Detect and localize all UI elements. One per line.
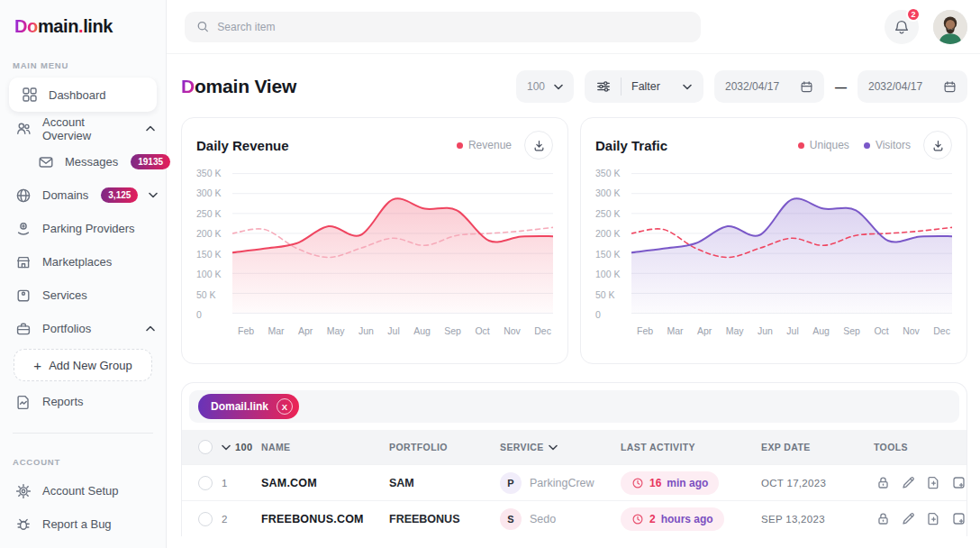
add-file-tool-button[interactable] xyxy=(924,473,943,492)
sidebar-item-messages[interactable]: Messages 19135 xyxy=(0,145,166,178)
x-tick-label: Sep xyxy=(843,325,860,336)
lock-tool-button[interactable] xyxy=(874,509,893,528)
sidebar-item-dashboard[interactable]: Dashboard xyxy=(9,78,157,112)
sidebar-item-account-overview[interactable]: Account Overview xyxy=(0,112,166,145)
y-tick-label: 50 K xyxy=(595,290,631,300)
divider xyxy=(621,78,622,96)
sidebar-item-services[interactable]: Services xyxy=(0,279,166,312)
legend-label: Visitors xyxy=(876,139,911,151)
last-activity-cell: 16 min ago xyxy=(621,471,761,495)
traffic-line-chart xyxy=(631,169,952,320)
search-icon xyxy=(196,20,209,33)
sidebar-item-label: Messages xyxy=(65,155,118,169)
download-chart-button[interactable] xyxy=(923,131,952,160)
add-file-tool-button[interactable] xyxy=(924,509,943,528)
topbar: 2 xyxy=(167,0,980,54)
add-note-tool-button[interactable] xyxy=(949,473,967,492)
select-all-checkbox[interactable] xyxy=(198,440,213,454)
sidebar-item-label: Reports xyxy=(42,395,84,408)
lock-tool-button[interactable] xyxy=(874,473,893,492)
add-new-group-label: Add New Group xyxy=(49,359,132,372)
sidebar-item-label: Portfolios xyxy=(42,322,91,335)
bell-icon xyxy=(894,19,910,35)
chevron-down-icon[interactable] xyxy=(149,192,158,198)
tools-cell xyxy=(874,473,967,492)
row-count-dropdown[interactable]: 100 xyxy=(222,442,261,452)
legend-dot xyxy=(798,142,804,149)
page-title-rest: omain View xyxy=(195,76,296,96)
chevron-up-icon[interactable] xyxy=(146,125,155,132)
page-size-select[interactable]: 100 xyxy=(516,70,574,103)
legend-label: Uniques xyxy=(810,139,849,151)
sidebar-item-label: Dashboard xyxy=(49,88,106,102)
active-filter-tag[interactable]: Domail.link X xyxy=(198,394,299,419)
domains-table-card: Domail.link X 100 NAME PORTFOLIO SERVICE… xyxy=(181,382,967,536)
filter-dropdown[interactable]: Falter xyxy=(585,70,703,103)
chart-legend: Revenue xyxy=(457,139,512,151)
y-axis-labels: 350 K300 K250 K200 K150 K100 K50 K0 xyxy=(595,169,631,320)
search-field[interactable] xyxy=(185,12,701,42)
column-header-name[interactable]: NAME xyxy=(261,442,389,452)
download-icon xyxy=(931,139,945,152)
sidebar-item-portfolios[interactable]: Portfolios xyxy=(0,312,166,345)
section-label-main-menu: MAIN MENU xyxy=(0,37,166,78)
revenue-line-chart xyxy=(232,169,553,320)
sidebar-item-reports[interactable]: Reports xyxy=(0,385,166,418)
package-icon xyxy=(15,288,32,304)
row-checkbox[interactable] xyxy=(198,512,213,526)
y-axis-labels: 350 K300 K250 K200 K150 K100 K50 K0 xyxy=(196,169,232,320)
activity-value: 16 xyxy=(649,477,661,489)
column-header-exp-date[interactable]: EXP DATE xyxy=(761,442,874,452)
chevron-down-icon xyxy=(554,84,563,90)
user-avatar[interactable] xyxy=(933,10,967,44)
sidebar-item-marketplaces[interactable]: Marketplaces xyxy=(0,245,166,279)
column-header-tools: TOOLS xyxy=(874,442,966,452)
column-header-service[interactable]: SERVICE xyxy=(500,442,621,452)
download-chart-button[interactable] xyxy=(524,131,553,160)
row-checkbox[interactable] xyxy=(198,476,213,490)
sidebar-item-report-a-bug[interactable]: Report a Bug xyxy=(0,507,166,541)
add-note-tool-button[interactable] xyxy=(949,509,967,528)
column-header-last-activity[interactable]: LAST ACTIVITY xyxy=(621,442,761,452)
plot: FebMarAprMayJunJulAugSepOctNovDec xyxy=(631,169,952,354)
row-count-value: 100 xyxy=(235,442,253,452)
row-number: 2 xyxy=(222,514,261,525)
table-row[interactable]: 2 FREEBONUS.COM FREEBONUS S Sedo 2 hours… xyxy=(182,500,966,536)
brand-logo[interactable]: Domain.link xyxy=(0,13,166,37)
sidebar: Domain.link MAIN MENU Dashboard Account … xyxy=(0,0,167,548)
edit-tool-button[interactable] xyxy=(899,473,918,492)
edit-tool-button[interactable] xyxy=(899,509,918,528)
table-row[interactable]: 1 SAM.COM SAM P ParkingCrew 16 min ago xyxy=(182,464,966,500)
chevron-up-icon[interactable] xyxy=(146,325,155,332)
pencil-icon xyxy=(901,475,916,490)
sidebar-item-domains[interactable]: Domains 3,125 xyxy=(0,178,166,212)
search-input[interactable] xyxy=(217,21,689,33)
x-tick-label: Feb xyxy=(637,325,653,336)
close-icon: X xyxy=(282,402,287,412)
activity-unit: hours ago xyxy=(661,513,713,525)
users-icon xyxy=(15,121,32,137)
y-tick-label: 350 K xyxy=(196,169,232,178)
report-document-icon xyxy=(15,394,32,410)
chevron-down-icon xyxy=(549,444,558,451)
portfolio-name: FREEBONUS xyxy=(389,513,500,525)
y-tick-label: 250 K xyxy=(196,209,232,219)
column-header-portfolio[interactable]: PORTFOLIO xyxy=(389,442,500,452)
date-to-picker[interactable]: 2032/04/17 xyxy=(858,70,967,103)
x-axis-labels: FebMarAprMayJunJulAugSepOctNovDec xyxy=(631,320,952,336)
notification-count-badge: 2 xyxy=(906,7,921,22)
chart-legend: Uniques Visitors xyxy=(798,139,911,151)
x-tick-label: Aug xyxy=(812,325,830,336)
notifications-button[interactable]: 2 xyxy=(885,10,919,44)
date-from-picker[interactable]: 2032/04/17 xyxy=(714,70,824,103)
x-tick-label: Apr xyxy=(298,325,313,336)
date-from-value: 2032/04/17 xyxy=(725,80,779,93)
sidebar-item-parking-providers[interactable]: Parking Providers xyxy=(0,212,166,245)
sidebar-item-account-setup[interactable]: Account Setup xyxy=(0,474,166,507)
add-new-group-button[interactable]: + Add New Group xyxy=(14,349,152,381)
y-tick-label: 100 K xyxy=(196,269,232,279)
x-tick-label: Jul xyxy=(786,325,798,336)
remove-tag-button[interactable]: X xyxy=(277,398,293,415)
plot: FebMarAprMayJunJulAugSepOctNovDec xyxy=(232,169,553,354)
grid-icon xyxy=(22,87,38,103)
